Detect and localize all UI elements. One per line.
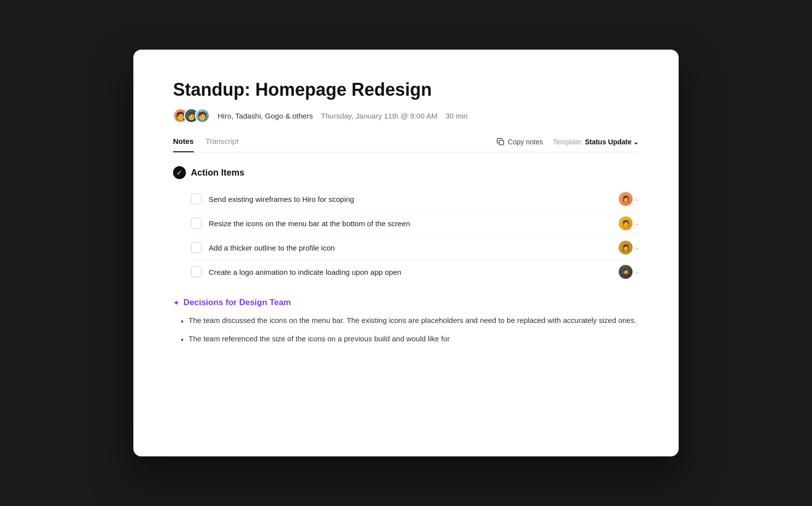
attendees-label: Hiro, Tadashi, Gogo & others [218, 112, 313, 120]
action-item: Send existing wireframes to Hiro for sco… [191, 187, 639, 211]
avatar-3: 🧑 [195, 108, 210, 123]
assignee-chevron-3: ⌄ [635, 245, 639, 251]
tab-transcript[interactable]: Transcript [206, 137, 238, 152]
action-item: Resize the icons on the menu bar at the … [191, 211, 639, 236]
meeting-title: Standup: Homepage Redesign [173, 79, 639, 100]
tabs-container: Notes Transcript [173, 137, 238, 152]
assignee-3[interactable]: 👩 ⌄ [619, 241, 639, 254]
action-item-text-2: Resize the icons on the menu bar at the … [209, 219, 619, 228]
meeting-date: Thursday, January 11th @ 9:00 AM [321, 112, 437, 120]
template-value-button[interactable]: Status Update ⌄ [585, 138, 639, 146]
assignee-avatar-2: 🧑 [619, 216, 633, 230]
decisions-header: ✦ Decisions for Design Team [173, 298, 639, 308]
template-selector: Template: Status Update ⌄ [553, 138, 639, 146]
action-item-text-1: Send existing wireframes to Hiro for sco… [209, 195, 619, 203]
decisions-list: • The team discussed the icons on the me… [181, 315, 639, 346]
assignee-2[interactable]: 🧑 ⌄ [619, 216, 639, 230]
decision-item-2: • The team referenced the size of the ic… [181, 333, 639, 345]
action-item-text-3: Add a thicker outline to the profile ico… [209, 244, 619, 252]
template-label: Template: [553, 138, 583, 146]
decision-item-1: • The team discussed the icons on the me… [181, 315, 639, 327]
copy-icon [497, 138, 505, 146]
checkbox-3[interactable] [191, 242, 202, 253]
action-items-header: ✓ Action Items [173, 166, 639, 179]
main-window: Standup: Homepage Redesign 🧑 👩 🧑 Hiro, T… [133, 50, 679, 456]
action-items-title: Action Items [191, 168, 244, 178]
assignee-chevron-1: ⌄ [635, 196, 639, 202]
decision-text-2: The team referenced the size of the icon… [188, 333, 639, 344]
meeting-duration: 30 min [445, 112, 467, 120]
assignee-chevron-4: ⌄ [635, 269, 639, 275]
tabs-actions: Copy notes Template: Status Update ⌄ [497, 138, 639, 151]
action-item-text-4: Create a logo animation to indicate load… [209, 268, 619, 276]
checkbox-4[interactable] [191, 266, 202, 277]
copy-notes-button[interactable]: Copy notes [497, 138, 543, 146]
copy-notes-label: Copy notes [508, 138, 543, 146]
assignee-chevron-2: ⌄ [635, 220, 639, 227]
attendee-avatars: 🧑 👩 🧑 [173, 108, 210, 123]
action-item: Create a logo animation to indicate load… [191, 260, 639, 284]
assignee-avatar-4: 🧔 [619, 265, 633, 279]
tabs-row: Notes Transcript Copy notes Template: St… [173, 137, 639, 152]
bullet-1: • [181, 316, 183, 327]
decisions-section: ✦ Decisions for Design Team • The team d… [173, 298, 639, 346]
decisions-title: Decisions for Design Team [183, 298, 291, 308]
chevron-down-icon: ⌄ [633, 138, 639, 146]
assignee-1[interactable]: 👩 ⌄ [619, 192, 639, 206]
assignee-4[interactable]: 🧔 ⌄ [619, 265, 639, 279]
check-circle-icon: ✓ [173, 166, 186, 179]
svg-rect-0 [499, 140, 504, 145]
checkbox-1[interactable] [191, 193, 202, 204]
action-items-list: Send existing wireframes to Hiro for sco… [191, 187, 639, 284]
bullet-2: • [181, 334, 183, 345]
assignee-avatar-3: 👩 [619, 241, 633, 254]
fade-overlay [133, 417, 679, 456]
checkbox-2[interactable] [191, 218, 202, 229]
decision-text-1: The team discussed the icons on the menu… [188, 315, 639, 326]
assignee-avatar-1: 👩 [619, 192, 633, 206]
meeting-meta: 🧑 👩 🧑 Hiro, Tadashi, Gogo & others Thurs… [173, 108, 639, 123]
tab-notes[interactable]: Notes [173, 137, 194, 152]
sparkle-icon: ✦ [173, 298, 179, 308]
action-item: Add a thicker outline to the profile ico… [191, 236, 639, 260]
